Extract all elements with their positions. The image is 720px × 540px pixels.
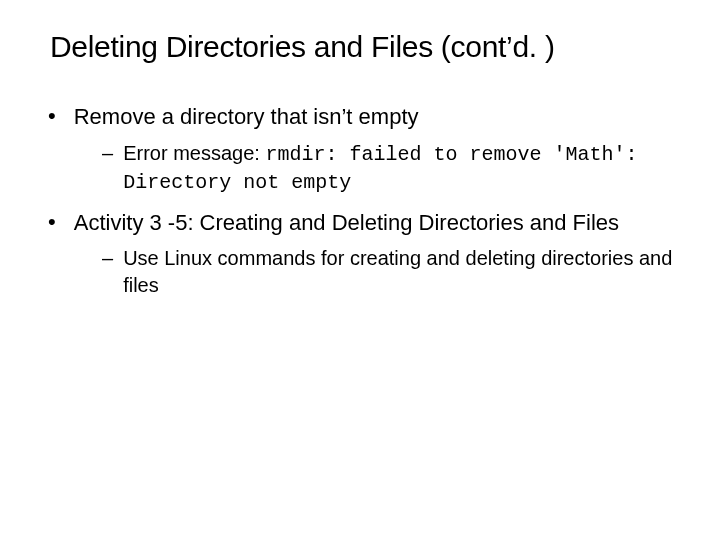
bullet-list: • Remove a directory that isn’t empty – … [40, 102, 680, 300]
sub-prefix: Use Linux commands for creating and dele… [123, 247, 672, 296]
list-item: – Use Linux commands for creating and de… [102, 245, 680, 300]
list-item: • Activity 3 -5: Creating and Deleting D… [40, 208, 680, 238]
dash-marker: – [102, 140, 113, 196]
bullet-marker: • [48, 102, 56, 132]
bullet-marker: • [48, 208, 56, 238]
list-item: • Remove a directory that isn’t empty [40, 102, 680, 132]
dash-marker: – [102, 245, 113, 300]
sub-prefix: Error message: [123, 142, 265, 164]
sub-text: Error message: rmdir: failed to remove '… [123, 140, 680, 196]
bullet-text: Activity 3 -5: Creating and Deleting Dir… [74, 208, 680, 238]
slide-title: Deleting Directories and Files (cont’d. … [50, 30, 680, 64]
list-item: – Error message: rmdir: failed to remove… [102, 140, 680, 196]
sub-list: – Error message: rmdir: failed to remove… [102, 140, 680, 196]
bullet-text: Remove a directory that isn’t empty [74, 102, 680, 132]
sub-list: – Use Linux commands for creating and de… [102, 245, 680, 300]
sub-text: Use Linux commands for creating and dele… [123, 245, 680, 300]
